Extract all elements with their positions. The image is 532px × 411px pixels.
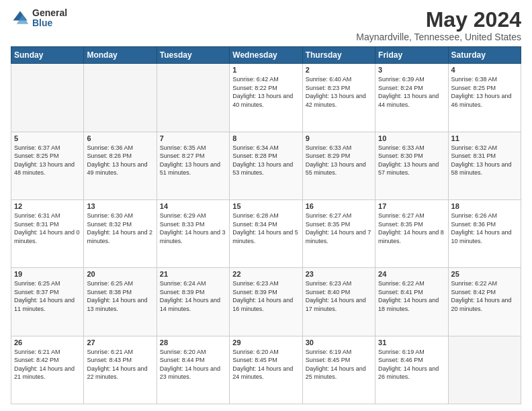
day-info: Sunrise: 6:34 AM Sunset: 8:28 PM Dayligh… bbox=[232, 144, 299, 177]
day-number: 22 bbox=[232, 270, 299, 278]
header-monday: Monday bbox=[84, 47, 157, 64]
day-number: 15 bbox=[232, 202, 299, 210]
calendar-cell: 5Sunrise: 6:37 AM Sunset: 8:25 PM Daylig… bbox=[11, 132, 84, 199]
day-info: Sunrise: 6:38 AM Sunset: 8:25 PM Dayligh… bbox=[451, 75, 518, 109]
calendar-cell: 16Sunrise: 6:27 AM Sunset: 8:35 PM Dayli… bbox=[302, 199, 375, 267]
header-sunday: Sunday bbox=[11, 47, 84, 64]
calendar-cell: 25Sunrise: 6:22 AM Sunset: 8:42 PM Dayli… bbox=[448, 268, 521, 336]
page: General Blue May 2024 Maynardville, Tenn… bbox=[0, 0, 532, 411]
day-number: 24 bbox=[378, 270, 445, 278]
day-info: Sunrise: 6:37 AM Sunset: 8:25 PM Dayligh… bbox=[14, 144, 81, 177]
day-info: Sunrise: 6:33 AM Sunset: 8:30 PM Dayligh… bbox=[378, 144, 445, 177]
calendar-cell: 27Sunrise: 6:21 AM Sunset: 8:43 PM Dayli… bbox=[84, 336, 157, 404]
day-info: Sunrise: 6:28 AM Sunset: 8:34 PM Dayligh… bbox=[232, 212, 299, 245]
day-number: 21 bbox=[160, 270, 226, 278]
calendar-table: Sunday Monday Tuesday Wednesday Thursday… bbox=[11, 46, 521, 404]
day-info: Sunrise: 6:25 AM Sunset: 8:37 PM Dayligh… bbox=[14, 279, 81, 313]
calendar-cell: 9Sunrise: 6:33 AM Sunset: 8:29 PM Daylig… bbox=[302, 132, 375, 199]
day-number: 28 bbox=[160, 338, 226, 347]
day-info: Sunrise: 6:21 AM Sunset: 8:42 PM Dayligh… bbox=[14, 348, 81, 381]
calendar-cell bbox=[157, 64, 229, 132]
day-info: Sunrise: 6:21 AM Sunset: 8:43 PM Dayligh… bbox=[87, 348, 153, 381]
day-number: 31 bbox=[378, 338, 445, 347]
calendar-week-4: 19Sunrise: 6:25 AM Sunset: 8:37 PM Dayli… bbox=[11, 268, 521, 336]
day-info: Sunrise: 6:25 AM Sunset: 8:38 PM Dayligh… bbox=[87, 279, 153, 313]
calendar-cell: 26Sunrise: 6:21 AM Sunset: 8:42 PM Dayli… bbox=[11, 336, 84, 404]
day-info: Sunrise: 6:20 AM Sunset: 8:44 PM Dayligh… bbox=[160, 348, 226, 381]
day-number: 7 bbox=[160, 134, 226, 142]
day-info: Sunrise: 6:36 AM Sunset: 8:26 PM Dayligh… bbox=[87, 144, 153, 177]
day-number: 6 bbox=[87, 134, 153, 142]
day-info: Sunrise: 6:26 AM Sunset: 8:36 PM Dayligh… bbox=[451, 212, 518, 245]
header-thursday: Thursday bbox=[302, 47, 375, 64]
logo-icon bbox=[11, 9, 30, 28]
calendar-cell: 30Sunrise: 6:19 AM Sunset: 8:45 PM Dayli… bbox=[302, 336, 375, 404]
day-number: 13 bbox=[87, 202, 153, 210]
day-info: Sunrise: 6:27 AM Sunset: 8:35 PM Dayligh… bbox=[306, 212, 372, 245]
day-info: Sunrise: 6:27 AM Sunset: 8:35 PM Dayligh… bbox=[378, 212, 445, 245]
main-title: May 2024 bbox=[356, 8, 521, 32]
calendar-cell: 11Sunrise: 6:32 AM Sunset: 8:31 PM Dayli… bbox=[448, 132, 521, 199]
title-block: May 2024 Maynardville, Tennessee, United… bbox=[356, 8, 521, 42]
day-number: 30 bbox=[306, 338, 372, 347]
calendar-cell: 12Sunrise: 6:31 AM Sunset: 8:31 PM Dayli… bbox=[11, 199, 84, 267]
day-info: Sunrise: 6:32 AM Sunset: 8:31 PM Dayligh… bbox=[451, 144, 518, 177]
calendar-cell: 19Sunrise: 6:25 AM Sunset: 8:37 PM Dayli… bbox=[11, 268, 84, 336]
day-info: Sunrise: 6:42 AM Sunset: 8:22 PM Dayligh… bbox=[232, 75, 299, 109]
calendar-cell: 13Sunrise: 6:30 AM Sunset: 8:32 PM Dayli… bbox=[84, 199, 157, 267]
day-number: 16 bbox=[306, 202, 372, 210]
calendar-cell: 7Sunrise: 6:35 AM Sunset: 8:27 PM Daylig… bbox=[157, 132, 229, 199]
day-info: Sunrise: 6:22 AM Sunset: 8:41 PM Dayligh… bbox=[378, 279, 445, 313]
calendar-cell bbox=[84, 64, 157, 132]
day-info: Sunrise: 6:23 AM Sunset: 8:39 PM Dayligh… bbox=[232, 279, 299, 313]
header-friday: Friday bbox=[375, 47, 448, 64]
day-number: 12 bbox=[14, 202, 81, 210]
day-number: 10 bbox=[378, 134, 445, 142]
calendar-cell: 10Sunrise: 6:33 AM Sunset: 8:30 PM Dayli… bbox=[375, 132, 448, 199]
calendar-cell: 6Sunrise: 6:36 AM Sunset: 8:26 PM Daylig… bbox=[84, 132, 157, 199]
calendar-cell: 17Sunrise: 6:27 AM Sunset: 8:35 PM Dayli… bbox=[375, 199, 448, 267]
logo-general: General bbox=[32, 8, 67, 18]
day-number: 25 bbox=[451, 270, 518, 278]
day-number: 18 bbox=[451, 202, 518, 210]
day-info: Sunrise: 6:31 AM Sunset: 8:31 PM Dayligh… bbox=[14, 212, 81, 245]
calendar-cell: 23Sunrise: 6:23 AM Sunset: 8:40 PM Dayli… bbox=[302, 268, 375, 336]
calendar-cell: 2Sunrise: 6:40 AM Sunset: 8:23 PM Daylig… bbox=[302, 64, 375, 132]
calendar-cell: 31Sunrise: 6:19 AM Sunset: 8:46 PM Dayli… bbox=[375, 336, 448, 404]
calendar-cell: 20Sunrise: 6:25 AM Sunset: 8:38 PM Dayli… bbox=[84, 268, 157, 336]
calendar-header-row: Sunday Monday Tuesday Wednesday Thursday… bbox=[11, 47, 521, 64]
day-number: 11 bbox=[451, 134, 518, 142]
day-number: 20 bbox=[87, 270, 153, 278]
day-info: Sunrise: 6:33 AM Sunset: 8:29 PM Dayligh… bbox=[306, 144, 372, 177]
calendar-cell: 1Sunrise: 6:42 AM Sunset: 8:22 PM Daylig… bbox=[230, 64, 302, 132]
calendar-cell: 21Sunrise: 6:24 AM Sunset: 8:39 PM Dayli… bbox=[157, 268, 229, 336]
calendar-cell bbox=[11, 64, 84, 132]
day-info: Sunrise: 6:39 AM Sunset: 8:24 PM Dayligh… bbox=[378, 75, 445, 109]
day-number: 4 bbox=[451, 66, 518, 74]
calendar-cell: 22Sunrise: 6:23 AM Sunset: 8:39 PM Dayli… bbox=[230, 268, 302, 336]
day-info: Sunrise: 6:19 AM Sunset: 8:45 PM Dayligh… bbox=[306, 348, 372, 381]
day-number: 5 bbox=[14, 134, 81, 142]
logo-blue: Blue bbox=[32, 18, 67, 28]
day-info: Sunrise: 6:20 AM Sunset: 8:45 PM Dayligh… bbox=[232, 348, 299, 381]
calendar-cell: 18Sunrise: 6:26 AM Sunset: 8:36 PM Dayli… bbox=[448, 199, 521, 267]
header: General Blue May 2024 Maynardville, Tenn… bbox=[11, 8, 521, 42]
header-wednesday: Wednesday bbox=[230, 47, 302, 64]
calendar-cell bbox=[448, 336, 521, 404]
calendar-cell: 8Sunrise: 6:34 AM Sunset: 8:28 PM Daylig… bbox=[230, 132, 302, 199]
calendar-cell: 15Sunrise: 6:28 AM Sunset: 8:34 PM Dayli… bbox=[230, 199, 302, 267]
day-info: Sunrise: 6:23 AM Sunset: 8:40 PM Dayligh… bbox=[306, 279, 372, 313]
calendar-cell: 28Sunrise: 6:20 AM Sunset: 8:44 PM Dayli… bbox=[157, 336, 229, 404]
calendar-cell: 3Sunrise: 6:39 AM Sunset: 8:24 PM Daylig… bbox=[375, 64, 448, 132]
day-info: Sunrise: 6:22 AM Sunset: 8:42 PM Dayligh… bbox=[451, 279, 518, 313]
day-info: Sunrise: 6:40 AM Sunset: 8:23 PM Dayligh… bbox=[306, 75, 372, 109]
day-info: Sunrise: 6:29 AM Sunset: 8:33 PM Dayligh… bbox=[160, 212, 226, 245]
day-info: Sunrise: 6:35 AM Sunset: 8:27 PM Dayligh… bbox=[160, 144, 226, 177]
day-number: 8 bbox=[232, 134, 299, 142]
logo-text: General Blue bbox=[32, 8, 67, 29]
header-tuesday: Tuesday bbox=[157, 47, 229, 64]
logo: General Blue bbox=[11, 8, 67, 29]
day-number: 1 bbox=[232, 66, 299, 74]
day-info: Sunrise: 6:19 AM Sunset: 8:46 PM Dayligh… bbox=[378, 348, 445, 381]
subtitle: Maynardville, Tennessee, United States bbox=[356, 32, 521, 42]
